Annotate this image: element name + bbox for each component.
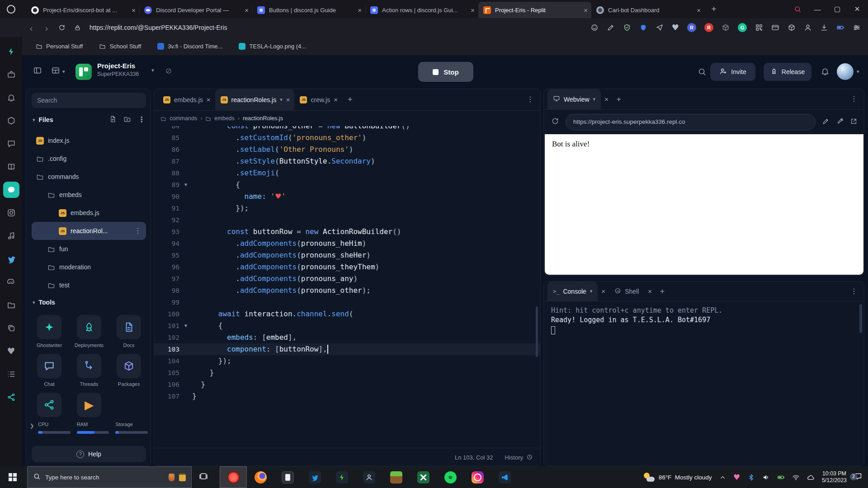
tab-close-icon[interactable]: × bbox=[245, 7, 249, 14]
favorites-heart-icon[interactable]: ♥ bbox=[672, 23, 679, 32]
repl-title-block[interactable]: Project-Eris SuperPEKKA336 bbox=[97, 62, 139, 77]
breadcrumb-item[interactable]: reactionRoles.js bbox=[243, 115, 283, 122]
close-tab-icon[interactable]: × bbox=[601, 89, 612, 109]
open-external-icon[interactable] bbox=[850, 117, 858, 127]
file-tree-item[interactable]: JS reactionRol... ⋮ bbox=[32, 222, 146, 240]
bluetooth-icon[interactable] bbox=[747, 474, 755, 481]
breadcrumb-item[interactable]: embeds bbox=[214, 115, 234, 122]
epic-games-icon[interactable] bbox=[274, 466, 301, 488]
screen-recorder-app-icon[interactable] bbox=[220, 466, 247, 488]
folders-icon[interactable] bbox=[3, 297, 19, 313]
back-icon[interactable]: ‹ bbox=[24, 23, 39, 33]
editor-tab[interactable]: JS reactionRoles.js ▾ × bbox=[215, 89, 295, 110]
tab-close-icon[interactable]: × bbox=[358, 7, 362, 14]
taskbar-clock[interactable]: 10:03 PM 5/12/2023 bbox=[822, 470, 847, 484]
new-folder-icon[interactable] bbox=[123, 115, 131, 124]
twitter-app-icon[interactable] bbox=[301, 466, 328, 488]
layout-icon[interactable] bbox=[51, 66, 60, 77]
notification-center-button[interactable]: 2 bbox=[854, 472, 863, 483]
briefcase-icon[interactable] bbox=[3, 66, 19, 83]
site-security-lock-icon[interactable] bbox=[70, 24, 85, 31]
tab-webview[interactable]: Webview ▾ bbox=[547, 89, 601, 109]
annotate-icon[interactable] bbox=[607, 23, 615, 32]
browser-tab[interactable]: Discord Developer Portal — × bbox=[139, 2, 252, 18]
close-button[interactable]: ✕ bbox=[847, 0, 867, 18]
browser-tab[interactable]: Project-Eris - Replit × bbox=[478, 2, 591, 18]
extension-dark-icon[interactable] bbox=[722, 23, 730, 32]
add-pane-icon[interactable]: + bbox=[656, 282, 669, 301]
edit-url-icon[interactable] bbox=[822, 117, 830, 127]
profile-icon[interactable] bbox=[804, 23, 812, 32]
messages-icon[interactable] bbox=[3, 136, 19, 152]
qr-code-icon[interactable] bbox=[755, 23, 763, 32]
file-tree-item[interactable]: embeds bbox=[32, 186, 146, 204]
adblock-shield-icon[interactable] bbox=[639, 23, 647, 32]
file-tree-item[interactable]: moderation bbox=[32, 258, 146, 276]
close-tab-icon[interactable]: × bbox=[598, 282, 609, 301]
profile-badge-red[interactable]: R bbox=[704, 23, 713, 32]
editor-tab[interactable]: JS embeds.js × bbox=[158, 89, 215, 110]
instagram-app-icon[interactable] bbox=[464, 466, 491, 488]
release-button[interactable]: Release bbox=[764, 63, 811, 81]
layout-caret-icon[interactable]: ▾ bbox=[62, 69, 65, 74]
history-button[interactable]: History bbox=[505, 454, 533, 462]
bookmark-item[interactable]: School Stuff bbox=[99, 43, 141, 50]
tab-close-icon[interactable]: × bbox=[207, 96, 211, 103]
tool-threads[interactable]: Threads bbox=[71, 354, 107, 387]
tab-console[interactable]: >_ Console ▾ bbox=[547, 282, 598, 301]
resources-expand-icon[interactable]: ❯ bbox=[30, 423, 34, 429]
editor-scrollbar[interactable] bbox=[536, 306, 538, 357]
emoji-icon[interactable] bbox=[590, 23, 599, 32]
minecraft-icon[interactable] bbox=[382, 466, 410, 488]
search-input[interactable]: Search bbox=[32, 93, 146, 108]
file-tree-item[interactable]: JS embeds.js bbox=[32, 204, 146, 222]
network-icon[interactable] bbox=[792, 474, 800, 481]
console-scrollbar[interactable] bbox=[859, 304, 862, 333]
avatar[interactable] bbox=[837, 63, 854, 80]
tab-close-icon[interactable]: × bbox=[471, 7, 475, 14]
tab-close-icon[interactable]: × bbox=[697, 7, 701, 14]
battery-charging-icon[interactable] bbox=[777, 474, 785, 481]
razer-app-icon[interactable] bbox=[328, 466, 355, 488]
account-caret-icon[interactable]: ▾ bbox=[857, 69, 859, 74]
files-section-header[interactable]: ▾ Files ⋮ bbox=[33, 115, 145, 124]
playlist-icon[interactable] bbox=[3, 366, 19, 382]
sidebar-toggle-icon[interactable] bbox=[33, 66, 42, 77]
taskbar-search-input[interactable]: Type here to search bbox=[27, 466, 192, 488]
speed-dial-icon[interactable] bbox=[3, 43, 19, 60]
gx-store-icon[interactable] bbox=[3, 113, 19, 129]
flow-share-icon[interactable] bbox=[3, 389, 19, 405]
start-button[interactable] bbox=[0, 466, 25, 488]
tools-section-header[interactable]: ▾ Tools bbox=[33, 299, 145, 306]
new-file-icon[interactable] bbox=[109, 115, 117, 124]
task-view-button[interactable] bbox=[192, 466, 215, 488]
breadcrumb-item[interactable]: commands bbox=[170, 115, 197, 122]
opera-gx-logo-icon[interactable] bbox=[7, 5, 15, 14]
fold-chevron-icon[interactable]: ▼ bbox=[179, 320, 192, 332]
file-tree-item[interactable]: test bbox=[32, 276, 146, 294]
tool-output-tool-icon[interactable]: ▶ bbox=[71, 393, 107, 417]
close-tab-icon[interactable]: × bbox=[644, 282, 656, 301]
github-desktop-icon[interactable] bbox=[355, 466, 382, 488]
tool-graph-tool-icon[interactable] bbox=[32, 393, 67, 417]
webview-url-input[interactable]: https://project-eris.superpekka336.repl.… bbox=[566, 114, 816, 130]
bookmark-item[interactable]: Personal Stuff bbox=[36, 43, 83, 50]
discord-icon[interactable] bbox=[3, 274, 19, 290]
console-menu-icon[interactable]: ⋮ bbox=[850, 288, 858, 295]
grammarly-badge[interactable]: G bbox=[738, 23, 747, 32]
new-tab-button[interactable]: + bbox=[707, 2, 721, 16]
maximize-button[interactable]: ▢ bbox=[827, 0, 847, 18]
workspace-search-icon[interactable] bbox=[698, 67, 707, 78]
antivirus-shield-icon[interactable] bbox=[623, 23, 631, 32]
repl-icon[interactable] bbox=[75, 64, 92, 80]
chevron-down-icon[interactable]: ▾ bbox=[280, 97, 283, 102]
repl-menu-caret-icon[interactable]: ▾ bbox=[151, 68, 154, 73]
tab-shell[interactable]: Shell bbox=[609, 282, 644, 301]
tool-docs[interactable]: Docs bbox=[111, 315, 146, 348]
file-tree-item[interactable]: fun bbox=[32, 240, 146, 258]
twitter-icon[interactable] bbox=[3, 251, 19, 267]
help-button[interactable]: ? Help bbox=[32, 446, 146, 462]
downloads-icon[interactable] bbox=[820, 23, 828, 32]
browser-tab[interactable]: Buttons | discord.js Guide × bbox=[252, 2, 365, 18]
health-heart-icon[interactable]: ♥ bbox=[733, 474, 740, 481]
